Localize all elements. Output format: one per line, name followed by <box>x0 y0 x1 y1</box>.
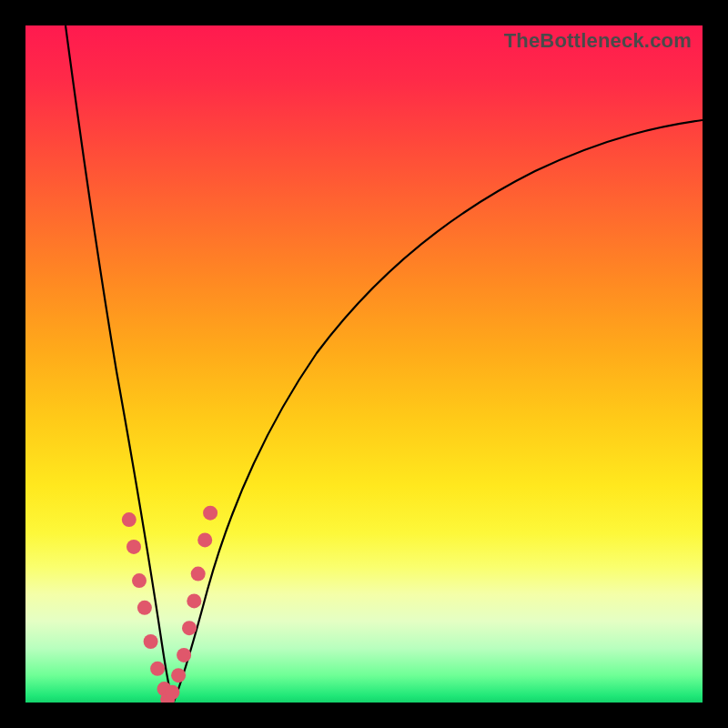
outer-frame: TheBottleneck.com <box>0 0 728 728</box>
watermark-text: TheBottleneck.com <box>504 29 692 53</box>
right-branch <box>174 120 703 702</box>
scatter-dot <box>182 621 197 635</box>
scatter-dot <box>126 540 141 554</box>
scatter-dot <box>203 506 217 521</box>
scatter-dot <box>191 567 206 581</box>
scatter-dot <box>177 648 191 662</box>
scatter-dot <box>171 668 186 682</box>
scatter-dot <box>137 601 152 615</box>
scatter-dot <box>150 662 165 676</box>
scatter-dot <box>187 593 201 608</box>
scatter-dot <box>165 685 179 700</box>
curve-group <box>66 25 703 702</box>
scatter-dot <box>144 634 158 649</box>
scatter-dot <box>122 512 136 527</box>
plot-area: TheBottleneck.com <box>25 25 703 703</box>
chart-svg <box>25 25 703 703</box>
scatter-dot <box>132 573 147 588</box>
scatter-dot <box>197 532 212 547</box>
left-branch <box>66 25 174 702</box>
